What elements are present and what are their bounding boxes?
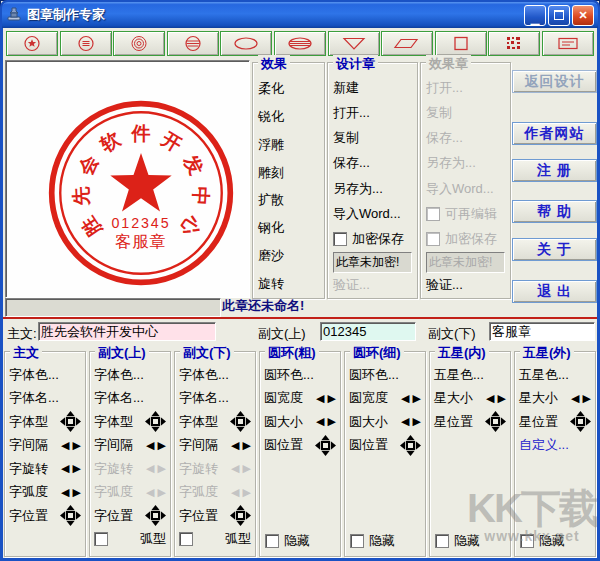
fxstamp-verify[interactable]: 验证... xyxy=(426,273,505,298)
stamp-preview-canvas[interactable]: 胜先会软件开发中心012345客服章 xyxy=(5,60,250,298)
right-arrow-icon[interactable]: ▶ xyxy=(413,393,421,404)
effect-emboss[interactable]: 浮雕 xyxy=(258,131,319,159)
effect-diffuse[interactable]: 扩散 xyxy=(258,187,319,215)
cmd-字体色[interactable]: 字体色... xyxy=(179,366,229,384)
right-arrow-icon[interactable]: ▶ xyxy=(158,440,166,451)
direction-pad-icon[interactable] xyxy=(60,411,81,432)
cmd-字体名[interactable]: 字体名... xyxy=(94,389,144,407)
cmd-字体型[interactable]: 字体型 xyxy=(179,413,218,431)
checkbox-icon[interactable] xyxy=(520,534,534,548)
right-arrow-icon[interactable]: ▶ xyxy=(73,487,81,498)
link-自定义[interactable]: 自定义... xyxy=(519,436,569,454)
design-encrypt-save-checkbox[interactable]: 加密保存 xyxy=(333,227,412,252)
about-button[interactable]: 关 于 xyxy=(512,238,597,261)
effect-temper[interactable]: 钢化 xyxy=(258,214,319,242)
register-button[interactable]: 注 册 xyxy=(512,159,597,182)
cmd-圆大小[interactable]: 圆大小 xyxy=(349,413,388,431)
left-arrow-icon[interactable]: ◀ xyxy=(571,393,579,404)
cmd-字弧度[interactable]: 字弧度 xyxy=(9,483,48,501)
left-arrow-icon[interactable]: ◀ xyxy=(61,440,69,451)
effect-soften[interactable]: 柔化 xyxy=(258,75,319,103)
row-隐藏[interactable]: 隐藏 xyxy=(520,533,565,549)
direction-pad-icon[interactable] xyxy=(400,435,421,456)
direction-pad-icon[interactable] xyxy=(230,505,251,526)
row-弧型[interactable]: 弧型 xyxy=(179,528,251,552)
row-隐藏[interactable]: 隐藏 xyxy=(265,533,310,549)
effect-frost[interactable]: 磨沙 xyxy=(258,242,319,270)
row-隐藏[interactable]: 隐藏 xyxy=(435,533,480,549)
cmd-字间隔[interactable]: 字间隔 xyxy=(94,436,133,454)
cmd-五星色[interactable]: 五星色... xyxy=(434,366,484,384)
left-arrow-icon[interactable]: ◀ xyxy=(316,416,324,427)
cmd-圆宽度[interactable]: 圆宽度 xyxy=(349,389,388,407)
design-open[interactable]: 打开... xyxy=(333,100,412,125)
author-website-button[interactable]: 作者网站 xyxy=(512,122,597,145)
design-copy[interactable]: 复制 xyxy=(333,126,412,151)
cmd-字体型[interactable]: 字体型 xyxy=(9,413,48,431)
cmd-字体名[interactable]: 字体名... xyxy=(9,389,59,407)
minimize-button[interactable]: ▁ xyxy=(524,5,546,26)
checkbox-icon[interactable] xyxy=(265,534,279,548)
checkbox-icon[interactable] xyxy=(179,532,193,546)
cmd-字旋转[interactable]: 字旋转 xyxy=(9,460,48,478)
round-banded-stamp-icon[interactable] xyxy=(167,31,219,56)
checkbox-icon[interactable] xyxy=(350,534,364,548)
cmd-圆位置[interactable]: 圆位置 xyxy=(264,436,303,454)
cmd-圆宽度[interactable]: 圆宽度 xyxy=(264,389,303,407)
direction-pad-icon[interactable] xyxy=(60,505,81,526)
direction-pad-icon[interactable] xyxy=(230,411,251,432)
cmd-字体色[interactable]: 字体色... xyxy=(94,366,144,384)
pixel-seal-icon[interactable] xyxy=(488,31,540,56)
ellipse-stamp-icon[interactable] xyxy=(220,31,272,56)
round-stamp-star-icon[interactable] xyxy=(6,31,58,56)
direction-pad-icon[interactable] xyxy=(315,435,336,456)
left-arrow-icon[interactable]: ◀ xyxy=(401,393,409,404)
checkbox-icon[interactable] xyxy=(94,532,108,546)
help-button[interactable]: 帮 助 xyxy=(512,200,597,223)
close-button[interactable]: ✕ xyxy=(572,5,594,26)
cmd-字体名[interactable]: 字体名... xyxy=(179,389,229,407)
effect-rotate[interactable]: 旋转 xyxy=(258,270,319,298)
left-arrow-icon[interactable]: ◀ xyxy=(316,393,324,404)
effect-sharpen[interactable]: 锐化 xyxy=(258,103,319,131)
direction-pad-icon[interactable] xyxy=(485,411,506,432)
left-arrow-icon[interactable]: ◀ xyxy=(486,393,494,404)
cmd-圆环色[interactable]: 圆环色... xyxy=(264,366,314,384)
round-stamp-text-icon[interactable] xyxy=(60,31,112,56)
row-弧型[interactable]: 弧型 xyxy=(94,528,166,552)
right-arrow-icon[interactable]: ▶ xyxy=(73,463,81,474)
rect-text-stamp-icon[interactable] xyxy=(542,31,594,56)
direction-pad-icon[interactable] xyxy=(145,505,166,526)
right-arrow-icon[interactable]: ▶ xyxy=(328,393,336,404)
parallelogram-stamp-icon[interactable] xyxy=(381,31,433,56)
left-arrow-icon[interactable]: ◀ xyxy=(231,440,239,451)
right-arrow-icon[interactable]: ▶ xyxy=(328,416,336,427)
design-new[interactable]: 新建 xyxy=(333,75,412,100)
cmd-圆大小[interactable]: 圆大小 xyxy=(264,413,303,431)
cmd-星位置[interactable]: 星位置 xyxy=(519,413,558,431)
ellipse-banded-stamp-icon[interactable] xyxy=(274,31,326,56)
right-arrow-icon[interactable]: ▶ xyxy=(243,440,251,451)
right-arrow-icon[interactable]: ▶ xyxy=(498,393,506,404)
cmd-星大小[interactable]: 星大小 xyxy=(434,389,473,407)
direction-pad-icon[interactable] xyxy=(570,411,591,432)
cmd-五星色[interactable]: 五星色... xyxy=(519,366,569,384)
main-text-input[interactable] xyxy=(38,322,216,341)
cmd-字间隔[interactable]: 字间隔 xyxy=(9,436,48,454)
left-arrow-icon[interactable]: ◀ xyxy=(401,416,409,427)
square-stamp-icon[interactable] xyxy=(435,31,487,56)
left-arrow-icon[interactable]: ◀ xyxy=(61,487,69,498)
right-arrow-icon[interactable]: ▶ xyxy=(73,440,81,451)
cmd-字间隔[interactable]: 字间隔 xyxy=(179,436,218,454)
right-arrow-icon[interactable]: ▶ xyxy=(583,393,591,404)
cmd-圆环色[interactable]: 圆环色... xyxy=(349,366,399,384)
triangle-stamp-icon[interactable] xyxy=(328,31,380,56)
effect-engrave[interactable]: 雕刻 xyxy=(258,159,319,187)
maximize-button[interactable] xyxy=(548,5,570,26)
cmd-星位置[interactable]: 星位置 xyxy=(434,413,473,431)
checkbox-icon[interactable] xyxy=(435,534,449,548)
design-save[interactable]: 保存... xyxy=(333,151,412,176)
sub-bottom-input[interactable] xyxy=(489,322,595,341)
cmd-圆位置[interactable]: 圆位置 xyxy=(349,436,388,454)
direction-pad-icon[interactable] xyxy=(145,411,166,432)
